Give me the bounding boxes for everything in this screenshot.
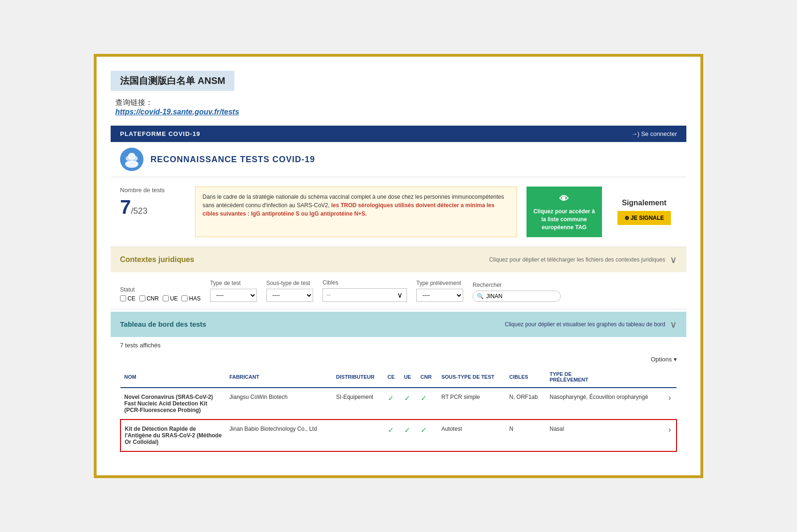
cnr-check-icon-2: ✓ [421,426,427,434]
cibles-input-box: ∨ [323,288,407,302]
col-ce: CE [384,367,400,388]
row1-cibles: N, ORF1ab [505,388,546,420]
green-btn-line2: la liste commune [541,216,587,224]
row2-ce: ✓ [384,420,400,451]
search-input[interactable] [486,293,556,300]
contextes-bar[interactable]: Contextes juridiques Cliquez pour déplie… [111,247,686,272]
query-url-link[interactable]: https://covid-19.sante.gouv.fr/tests [115,108,239,116]
type-prelevement-label: Type prélèvement [416,280,463,286]
ue-checkbox-label[interactable]: UE [163,295,178,302]
row1-ue: ✓ [400,388,417,420]
query-link-section: 查询链接： https://covid-19.sante.gouv.fr/tes… [115,98,686,116]
title-box: 法国自测版白名单 ANSM [111,71,234,91]
row1-fabricant: Jiangsu CoWin Biotech [226,388,332,420]
sous-type-filter: Sous-type de test ---- [266,280,313,302]
col-type-prelevement: TYPE DEPRÉLÈVEMENT [546,367,665,388]
row1-sous-type: RT PCR simple [437,388,505,420]
statut-checkboxes: CE CNR UE HAS [120,295,201,302]
table-row: Novel Coronavirus (SRAS-CoV-2) Fast Nucl… [120,388,677,420]
rechercher-filter: Rechercher 🔍 [473,282,561,302]
type-test-label: Type de test [210,280,257,286]
ue-checkbox[interactable] [163,295,169,301]
row1-type-prelevement: Nasopharyngé, Écouvillon oropharyngé [546,388,665,420]
test-count-block: Nombre de tests 7/523 [120,187,186,237]
test-count-number: 7 [120,196,131,218]
options-button[interactable]: Options ▾ [651,356,677,363]
tableau-bar[interactable]: Tableau de bord des tests Cliquez pour d… [111,312,686,337]
statut-label: Statut [120,286,201,293]
row2-cibles: N [505,420,546,451]
tests-affiches: 7 tests affichés [120,342,160,349]
options-chevron-icon: ▾ [674,356,677,363]
has-checkbox[interactable] [181,295,188,301]
cnr-check-icon: ✓ [421,394,427,402]
info-box: Dans le cadre de la stratégie nationale … [195,187,517,237]
svg-point-2 [126,156,130,161]
platform-bar: PLATEFORME COVID-19 →) Se connecter [111,126,686,142]
cnr-checkbox-label[interactable]: CNR [139,295,159,302]
search-icon: 🔍 [477,293,484,300]
row2-ue: ✓ [400,420,417,451]
logo [120,148,143,171]
row1-arrow[interactable]: › [665,388,677,420]
header-section: 法国自测版白名单 ANSM 查询链接： https://covid-19.san… [111,71,686,116]
contextes-desc: Cliquez pour déplier et télécharger les … [489,256,665,263]
contextes-chevron-icon[interactable]: ∨ [670,254,677,265]
col-cnr: CNR [417,367,438,388]
has-checkbox-label[interactable]: HAS [181,295,201,302]
search-input-box: 🔍 [473,291,561,302]
ce-check-icon-2: ✓ [388,426,394,434]
ue-check-icon: ✓ [404,394,410,402]
row2-arrow-icon: › [669,426,671,434]
ce-checkbox-label[interactable]: CE [120,295,135,302]
sous-type-select[interactable]: ---- [266,289,313,302]
col-nom: NOM [120,367,226,388]
eye-icon: 👁 [559,192,569,205]
row2-type-prelevement: Nasal [546,420,665,451]
row2-distributeur [332,420,384,451]
col-sous-type: SOUS-TYPE DE TEST [437,367,505,388]
nombre-de-tests-label: Nombre de tests [120,187,186,194]
green-btn-line3: européenne TAG [541,224,586,232]
type-test-select[interactable]: ---- [210,289,257,302]
statut-filter: Statut CE CNR UE HAS [120,286,201,302]
options-label: Options [651,356,672,363]
type-prelevement-filter: Type prélèvement ---- [416,280,463,302]
ue-check-icon-2: ✓ [404,426,410,434]
page-header-title: Reconnaissance Tests Covid-19 [150,155,315,165]
col-ue: UE [400,367,417,388]
type-test-filter: Type de test ---- [210,280,257,302]
green-btn-line1: Cliquez pour accéder à [534,208,595,216]
row1-distributeur: SI-Equipement [332,388,384,420]
row2-arrow[interactable]: › [665,420,677,451]
row2-sous-type: Autotest [437,420,505,451]
svg-point-3 [133,156,138,161]
cnr-checkbox[interactable] [139,295,145,301]
chevron-down-icon: ∨ [397,291,403,300]
tests-count-bar: 7 tests affichés [111,337,686,353]
tableau-desc: Cliquez pour déplier et visualiser les g… [505,321,665,328]
signal-block: Signalement ⊕ JE SIGNALE [611,187,677,237]
query-label: 查询链接： [115,98,153,106]
type-prelevement-select[interactable]: ---- [416,289,463,302]
tests-table: NOM FABRICANT DISTRIBUTEUR CE UE CNR SOU… [120,367,677,452]
cibles-input[interactable] [327,292,397,298]
row1-ce: ✓ [384,388,400,420]
ce-checkbox[interactable] [120,295,126,301]
connect-link[interactable]: →) Se connecter [631,130,677,137]
signalement-button[interactable]: ⊕ JE SIGNALE [617,211,671,225]
tableau-chevron-icon[interactable]: ∨ [670,319,677,330]
ce-check-icon: ✓ [388,394,394,402]
row1-nom: Novel Coronavirus (SRAS-CoV-2) Fast Nucl… [120,388,226,420]
platform-title: PLATEFORME COVID-19 [120,130,200,137]
row1-arrow-icon: › [669,394,671,402]
row2-cnr: ✓ [417,420,438,451]
green-button-box[interactable]: 👁 Cliquez pour accéder à la liste commun… [526,187,602,237]
cibles-filter: Cibles ∨ [323,279,407,302]
options-row: Options ▾ [120,353,677,367]
col-cibles: CIBLES [505,367,546,388]
contextes-title: Contextes juridiques [120,255,194,264]
stats-row: Nombre de tests 7/523 Dans le cadre de l… [111,177,686,247]
col-distributeur: DISTRIBUTEUR [332,367,384,388]
tableau-title: Tableau de bord des tests [120,320,206,328]
